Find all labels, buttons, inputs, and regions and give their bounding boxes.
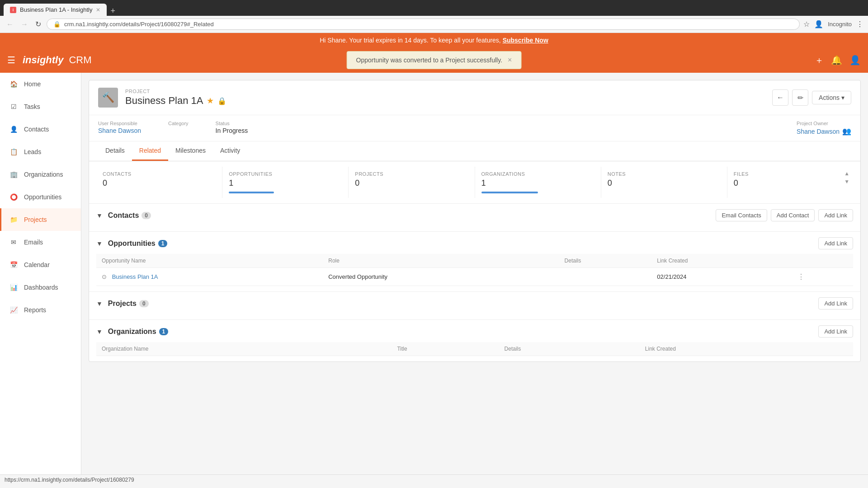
sidebar-item-calendar[interactable]: 📅 Calendar — [0, 253, 81, 276]
tab-favicon: i — [10, 7, 16, 13]
hamburger-menu[interactable]: ☰ — [7, 55, 15, 66]
browser-bar: ← → ↻ 🔒 crm.na1.insightly.com/details/Pr… — [0, 16, 868, 33]
tab-related[interactable]: Related — [132, 141, 168, 161]
tab-details[interactable]: Details — [98, 141, 132, 161]
category-label: Category — [168, 121, 189, 126]
app: Hi Shane. Your trial expires in 14 days.… — [0, 33, 868, 485]
sidebar-label-reports: Reports — [24, 306, 46, 314]
project-owner-value[interactable]: Shane Dawson — [797, 128, 840, 135]
actions-dropdown-button[interactable]: Actions ▾ — [812, 91, 851, 104]
contacts-icon: 👤 — [9, 124, 19, 134]
edit-button[interactable]: ✏ — [792, 89, 808, 106]
sidebar-item-tasks[interactable]: ☑ Tasks — [0, 95, 81, 118]
collapse-down-icon[interactable]: ▼ — [844, 178, 849, 185]
opportunities-add-link-button[interactable]: Add Link — [818, 237, 853, 249]
opportunity-name-link[interactable]: Business Plan 1A — [112, 273, 158, 280]
add-icon[interactable]: ＋ — [815, 54, 824, 66]
summary-opportunities-bar — [229, 192, 274, 193]
summary-card-notes[interactable]: NOTES 0 — [601, 167, 727, 198]
active-tab[interactable]: i Business Plan 1A - Insightly ✕ — [4, 4, 107, 16]
address-url: crm.na1.insightly.com/details/Project/16… — [64, 21, 214, 28]
sidebar-label-calendar: Calendar — [24, 261, 50, 268]
sidebar-item-emails[interactable]: ✉ Emails — [0, 231, 81, 253]
organizations-add-link-button[interactable]: Add Link — [818, 325, 853, 338]
collapse-up-icon[interactable]: ▲ — [844, 170, 849, 177]
address-lock-icon: 🔒 — [53, 21, 61, 28]
notifications-icon[interactable]: 🔔 — [831, 55, 842, 66]
toast-close-button[interactable]: × — [508, 56, 512, 64]
col-org-link-created: Link Created — [640, 342, 853, 356]
contacts-add-link-button[interactable]: Add Link — [818, 209, 853, 221]
opportunities-section-header: ▼ Opportunities 1 Add Link — [96, 237, 853, 249]
sidebar-label-dashboards: Dashboards — [24, 284, 58, 291]
contacts-section-header: ▼ Contacts 0 Email Contacts Add Contact … — [96, 209, 853, 221]
summary-contacts-label: CONTACTS — [103, 171, 216, 177]
new-tab-button[interactable]: + — [107, 6, 119, 16]
tab-close-button[interactable]: ✕ — [96, 7, 100, 13]
tab-title: Business Plan 1A - Insightly — [20, 6, 92, 13]
contacts-section: ▼ Contacts 0 Email Contacts Add Contact … — [89, 203, 860, 231]
opportunity-details-cell — [559, 268, 652, 286]
tab-milestones[interactable]: Milestones — [168, 141, 213, 161]
sidebar-item-organizations[interactable]: 🏢 Organizations — [0, 163, 81, 186]
opportunity-name-cell: ⊙ Business Plan 1A — [96, 268, 323, 286]
subscribe-link[interactable]: Subscribe Now — [503, 37, 548, 44]
summary-card-files[interactable]: ▲ ▼ FILES 0 — [727, 167, 853, 198]
project-label: PROJECT — [125, 89, 772, 94]
dashboards-icon: 📊 — [9, 282, 19, 292]
project-name: Business Plan 1A — [125, 95, 203, 107]
summary-organizations-value: 1 — [481, 178, 594, 188]
logo-text: insightly — [23, 54, 63, 66]
back-nav-button[interactable]: ← — [772, 89, 788, 106]
address-bar[interactable]: 🔒 crm.na1.insightly.com/details/Project/… — [47, 19, 800, 30]
summary-card-projects[interactable]: PROJECTS 0 — [349, 167, 475, 198]
email-contacts-button[interactable]: Email Contacts — [716, 209, 767, 221]
projects-collapse-icon[interactable]: ▼ — [96, 300, 103, 307]
sidebar-label-home: Home — [24, 80, 41, 88]
home-icon: 🏠 — [9, 79, 19, 89]
browser-chrome: i Business Plan 1A - Insightly ✕ + — [0, 0, 868, 16]
summary-card-opportunities[interactable]: OPPORTUNITIES 1 — [222, 167, 349, 198]
organizations-table: Organization Name Title Details Link Cre… — [96, 342, 853, 356]
sidebar-item-reports[interactable]: 📈 Reports — [0, 299, 81, 321]
star-icon[interactable]: ★ — [207, 96, 214, 106]
opportunities-count-badge: 1 — [158, 240, 168, 247]
user-avatar[interactable]: 👤 — [849, 55, 861, 66]
sidebar-label-emails: Emails — [24, 239, 43, 246]
contacts-collapse-icon[interactable]: ▼ — [96, 212, 103, 219]
user-responsible-value[interactable]: Shane Dawson — [98, 127, 141, 134]
tab-activity[interactable]: Activity — [213, 141, 247, 161]
sidebar-item-dashboards[interactable]: 📊 Dashboards — [0, 276, 81, 299]
back-button[interactable]: ← — [5, 19, 15, 29]
user-responsible-field: User Responsible Shane Dawson — [98, 121, 141, 136]
project-owner-field: Project Owner Shane Dawson 👥 — [797, 121, 851, 136]
sidebar-item-opportunities[interactable]: ⭕ Opportunities — [0, 186, 81, 208]
opportunity-row-actions-button[interactable]: ⋮ — [797, 273, 805, 281]
opportunities-collapse-icon[interactable]: ▼ — [96, 240, 103, 247]
profile-icon[interactable]: 👤 — [814, 20, 823, 28]
sidebar-item-home[interactable]: 🏠 Home — [0, 73, 81, 95]
col-row-actions — [792, 254, 853, 268]
menu-icon[interactable]: ⋮ — [856, 20, 863, 28]
organizations-count-badge: 1 — [159, 328, 169, 335]
projects-add-link-button[interactable]: Add Link — [818, 297, 853, 310]
sidebar-item-contacts[interactable]: 👤 Contacts — [0, 118, 81, 141]
summary-card-contacts[interactable]: CONTACTS 0 — [96, 167, 222, 198]
opportunities-section-title: Opportunities 1 — [108, 239, 168, 248]
col-opportunity-name: Opportunity Name — [96, 254, 323, 268]
add-contact-button[interactable]: Add Contact — [771, 209, 815, 221]
refresh-button[interactable]: ↻ — [33, 19, 43, 29]
app-header: ☰ insightly CRM Opportunity was converte… — [0, 47, 868, 73]
main-content: 🔨 PROJECT Business Plan 1A ★ 🔒 ← ✏ — [81, 73, 868, 474]
sidebar-item-leads[interactable]: 📋 Leads — [0, 141, 81, 163]
summary-card-organizations[interactable]: ORGANIZATIONS 1 — [475, 167, 601, 198]
organizations-collapse-icon[interactable]: ▼ — [96, 328, 103, 335]
projects-section-title: Projects 0 — [108, 300, 149, 308]
incognito-label: Incognito — [828, 21, 852, 28]
forward-button[interactable]: → — [19, 19, 30, 29]
summary-notes-value: 0 — [608, 178, 721, 188]
project-title-section: PROJECT Business Plan 1A ★ 🔒 — [125, 89, 772, 107]
sidebar-item-projects[interactable]: 📁 Projects — [0, 208, 81, 231]
organizations-section: ▼ Organizations 1 Add Link Organization — [89, 319, 860, 361]
bookmark-icon[interactable]: ☆ — [803, 20, 810, 28]
